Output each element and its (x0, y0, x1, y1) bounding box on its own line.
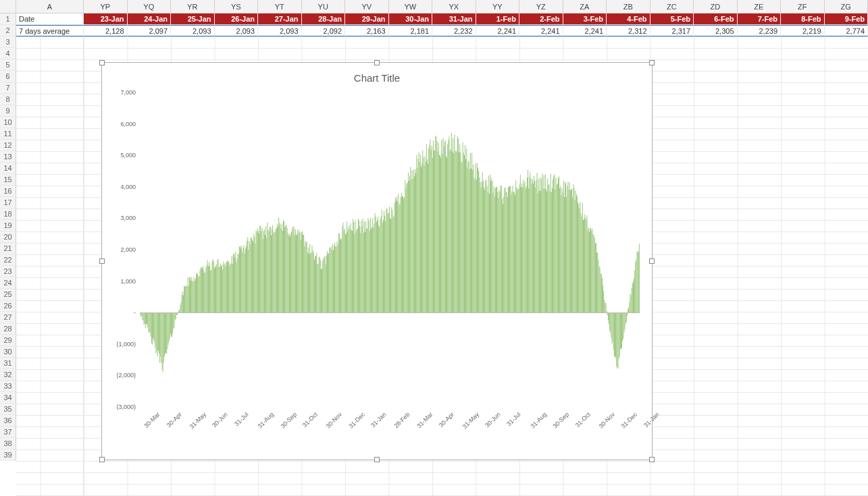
column-header-YY[interactable]: YY (476, 0, 520, 13)
select-all-corner[interactable] (0, 0, 16, 13)
cell-row1-YU[interactable]: 28-Jan (302, 13, 346, 25)
cell-A2[interactable]: 7 days average (16, 25, 84, 36)
cell-row2-YT[interactable]: 2,093 (258, 25, 302, 36)
cell-row2-YU[interactable]: 2,092 (302, 25, 346, 36)
resize-handle-ne[interactable] (649, 60, 655, 65)
column-header-YW[interactable]: YW (389, 0, 433, 13)
row-header-22[interactable]: 22 (0, 254, 16, 266)
cell-row2-YY[interactable]: 2,241 (476, 25, 520, 36)
cell-row1-ZD[interactable]: 6-Feb (694, 13, 738, 25)
resize-handle-n[interactable] (374, 60, 380, 65)
cell-A1[interactable]: Date (16, 13, 84, 25)
cell-row1-YP[interactable]: 23-Jan (84, 13, 128, 25)
row-header-26[interactable]: 26 (0, 300, 16, 312)
cell-row2-ZB[interactable]: 2,312 (607, 25, 650, 36)
row-header-4[interactable]: 4 (0, 48, 16, 59)
column-header-ZF[interactable]: ZF (781, 0, 825, 13)
row-header-39[interactable]: 39 (0, 449, 16, 461)
row-header-25[interactable]: 25 (0, 289, 16, 300)
cell-row2-YP[interactable]: 2,128 (84, 25, 128, 36)
row-header-37[interactable]: 37 (0, 426, 16, 438)
row-header-10[interactable]: 10 (0, 117, 16, 128)
cell-row2-YW[interactable]: 2,181 (389, 25, 433, 36)
cell-row2-ZF[interactable]: 2,219 (781, 25, 825, 36)
row-header-21[interactable]: 21 (0, 243, 16, 254)
cell-row1-ZB[interactable]: 4-Feb (607, 13, 650, 25)
row-header-35[interactable]: 35 (0, 404, 16, 415)
row-header-14[interactable]: 14 (0, 163, 16, 174)
row-header-27[interactable]: 27 (0, 312, 16, 323)
cell-row2-YQ[interactable]: 2,097 (128, 25, 172, 36)
cell-row1-ZG[interactable]: 9-Feb (825, 13, 869, 25)
column-header-ZB[interactable]: ZB (607, 0, 650, 13)
row-header-12[interactable]: 12 (0, 140, 16, 151)
cell-row1-ZE[interactable]: 7-Feb (738, 13, 782, 25)
row-header-32[interactable]: 32 (0, 369, 16, 381)
column-header-YS[interactable]: YS (215, 0, 259, 13)
cell-row2-ZA[interactable]: 2,241 (563, 25, 607, 36)
row-header-8[interactable]: 8 (0, 94, 16, 105)
row-header-29[interactable]: 29 (0, 335, 16, 346)
row-header-3[interactable]: 3 (0, 36, 16, 48)
column-header-YT[interactable]: YT (258, 0, 302, 13)
row-header-28[interactable]: 28 (0, 323, 16, 335)
row-header-2[interactable]: 2 (0, 25, 16, 36)
cell-row1-YX[interactable]: 31-Jan (432, 13, 476, 25)
column-header-ZA[interactable]: ZA (563, 0, 607, 13)
cell-row2-YS[interactable]: 2,093 (215, 25, 259, 36)
cell-row1-YV[interactable]: 29-Jan (345, 13, 389, 25)
row-header-5[interactable]: 5 (0, 59, 16, 71)
resize-handle-nw[interactable] (99, 60, 105, 65)
row-header-36[interactable]: 36 (0, 415, 16, 426)
column-header-YU[interactable]: YU (302, 0, 346, 13)
resize-handle-se[interactable] (649, 457, 655, 462)
row-header-16[interactable]: 16 (0, 186, 16, 197)
resize-handle-sw[interactable] (99, 457, 105, 462)
cell-row1-ZC[interactable]: 5-Feb (650, 13, 694, 25)
row-header-11[interactable]: 11 (0, 128, 16, 140)
column-header-YQ[interactable]: YQ (128, 0, 172, 13)
row-header-30[interactable]: 30 (0, 346, 16, 358)
cell-row1-YW[interactable]: 30-Jan (389, 13, 433, 25)
row-header-20[interactable]: 20 (0, 231, 16, 243)
cell-row1-YT[interactable]: 27-Jan (258, 13, 302, 25)
row-header-1[interactable]: 1 (0, 13, 16, 25)
column-header-ZD[interactable]: ZD (694, 0, 738, 13)
resize-handle-w[interactable] (99, 258, 105, 264)
cell-row2-YV[interactable]: 2,163 (345, 25, 389, 36)
column-header-YP[interactable]: YP (84, 0, 128, 13)
row-header-15[interactable]: 15 (0, 174, 16, 186)
embedded-chart[interactable]: Chart Title 7,0006,0005,0004,0003,0002,0… (101, 62, 653, 460)
row-header-19[interactable]: 19 (0, 220, 16, 231)
row-header-23[interactable]: 23 (0, 266, 16, 277)
cell-row2-YX[interactable]: 2,232 (432, 25, 476, 36)
row-header-34[interactable]: 34 (0, 392, 16, 404)
cell-row2-YR[interactable]: 2,093 (171, 25, 215, 36)
row-header-13[interactable]: 13 (0, 151, 16, 163)
cell-row1-ZA[interactable]: 3-Feb (563, 13, 607, 25)
column-header-YX[interactable]: YX (432, 0, 476, 13)
row-header-18[interactable]: 18 (0, 209, 16, 220)
row-header-24[interactable]: 24 (0, 277, 16, 289)
cell-row1-ZF[interactable]: 8-Feb (781, 13, 825, 25)
cell-row1-YZ[interactable]: 2-Feb (519, 13, 563, 25)
row-header-7[interactable]: 7 (0, 82, 16, 94)
column-header-A[interactable]: A (16, 0, 84, 13)
row-header-9[interactable]: 9 (0, 105, 16, 117)
column-header-ZG[interactable]: ZG (825, 0, 869, 13)
cell-row1-YS[interactable]: 26-Jan (215, 13, 259, 25)
cell-row2-ZD[interactable]: 2,305 (694, 25, 738, 36)
resize-handle-s[interactable] (374, 457, 380, 462)
row-header-6[interactable]: 6 (0, 71, 16, 82)
row-header-17[interactable]: 17 (0, 197, 16, 209)
cell-row1-YR[interactable]: 25-Jan (171, 13, 215, 25)
row-header-38[interactable]: 38 (0, 438, 16, 449)
cell-row2-ZG[interactable]: 2,774 (825, 25, 869, 36)
chart-title[interactable]: Chart Title (102, 63, 652, 88)
resize-handle-e[interactable] (649, 258, 655, 264)
cell-row1-YY[interactable]: 1-Feb (476, 13, 520, 25)
cell-row2-YZ[interactable]: 2,241 (519, 25, 563, 36)
cell-row2-ZE[interactable]: 2,239 (738, 25, 782, 36)
column-header-ZC[interactable]: ZC (650, 0, 694, 13)
row-header-33[interactable]: 33 (0, 381, 16, 392)
